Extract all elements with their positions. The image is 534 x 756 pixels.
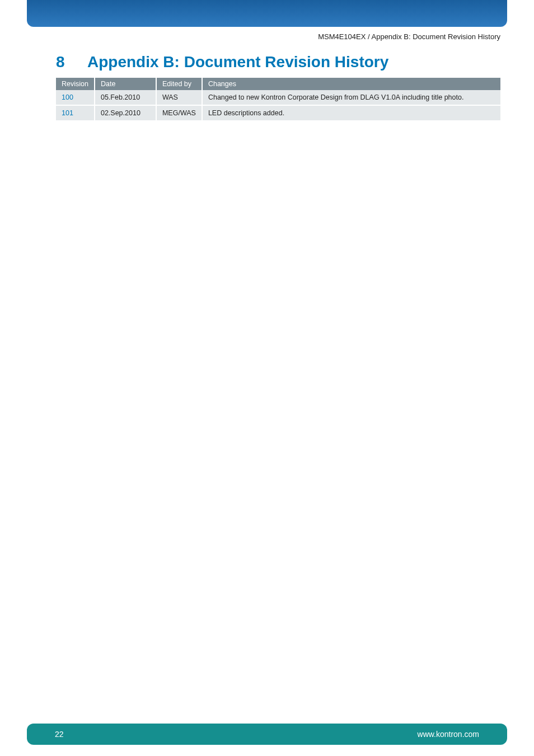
header-changes: Changes bbox=[202, 78, 500, 90]
page-container: MSM4E104EX / Appendix B: Document Revisi… bbox=[0, 0, 534, 756]
footer-url: www.kontron.com bbox=[418, 730, 479, 739]
header-date: Date bbox=[95, 78, 156, 90]
table-header-row: Revision Date Edited by Changes bbox=[56, 78, 500, 90]
content-area: 8 Appendix B: Document Revision History … bbox=[56, 53, 500, 121]
cell-revision: 101 bbox=[56, 105, 95, 121]
breadcrumb: MSM4E104EX / Appendix B: Document Revisi… bbox=[318, 32, 500, 41]
page-number: 22 bbox=[55, 730, 64, 739]
table-row: 100 05.Feb.2010 WAS Changed to new Kontr… bbox=[56, 90, 500, 105]
cell-date: 02.Sep.2010 bbox=[95, 105, 156, 121]
top-banner bbox=[27, 0, 507, 27]
section-heading: 8 Appendix B: Document Revision History bbox=[56, 53, 500, 71]
cell-date: 05.Feb.2010 bbox=[95, 90, 156, 105]
section-title: Appendix B: Document Revision History bbox=[87, 53, 388, 71]
cell-changes: LED descriptions added. bbox=[202, 105, 500, 121]
table-row: 101 02.Sep.2010 MEG/WAS LED descriptions… bbox=[56, 105, 500, 121]
cell-edited-by: WAS bbox=[156, 90, 202, 105]
header-edited-by: Edited by bbox=[156, 78, 202, 90]
cell-revision: 100 bbox=[56, 90, 95, 105]
footer-bar: 22 www.kontron.com bbox=[27, 724, 507, 745]
section-number: 8 bbox=[56, 53, 87, 71]
cell-edited-by: MEG/WAS bbox=[156, 105, 202, 121]
revision-table: Revision Date Edited by Changes 100 05.F… bbox=[56, 78, 500, 121]
cell-changes: Changed to new Kontron Corporate Design … bbox=[202, 90, 500, 105]
header-revision: Revision bbox=[56, 78, 95, 90]
